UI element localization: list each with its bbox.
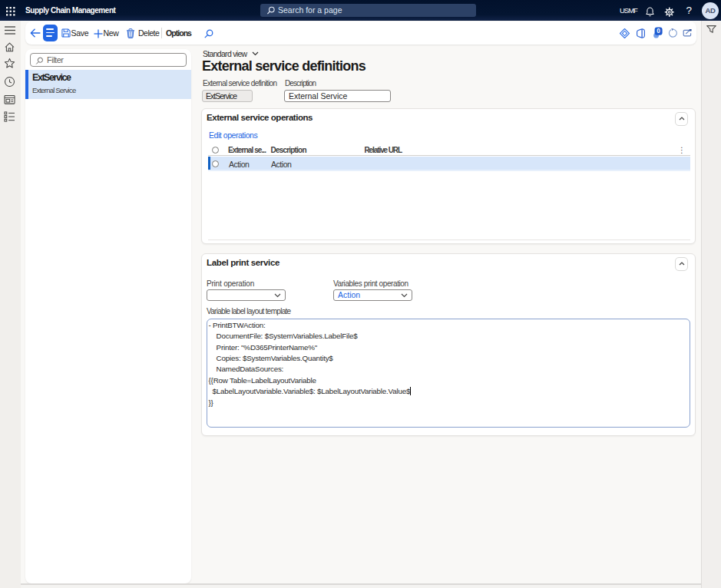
- svg-text:0: 0: [657, 28, 660, 35]
